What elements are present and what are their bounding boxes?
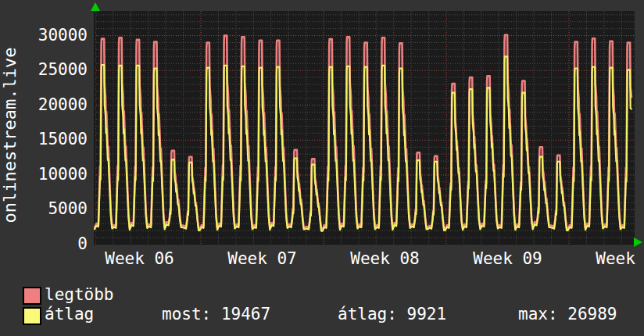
x-label-week-2: Week 08 bbox=[323, 251, 448, 267]
legend-label-atlag: átlag bbox=[45, 306, 94, 323]
y-tick-15000: 15000 bbox=[0, 131, 88, 148]
y-tick-20000: 20000 bbox=[0, 97, 88, 113]
y-axis-arrow-icon bbox=[91, 2, 100, 11]
legend-swatch-legtobb bbox=[23, 287, 41, 305]
y-tick-30000: 30000 bbox=[0, 27, 88, 44]
stat-atlag: átlag: 9921 bbox=[338, 306, 446, 323]
chart-plot-area bbox=[94, 11, 635, 245]
stat-most-value: 19467 bbox=[221, 305, 270, 323]
y-tick-5000: 5000 bbox=[0, 201, 88, 217]
stat-most-label: most: bbox=[162, 305, 211, 323]
legend-label-legtobb: legtöbb bbox=[45, 287, 114, 303]
y-tick-0: 0 bbox=[0, 236, 88, 252]
stat-most: most: 19467 bbox=[162, 306, 270, 323]
stat-atlag-label: átlag: bbox=[338, 305, 397, 323]
legend-swatch-atlag bbox=[23, 307, 41, 325]
stat-max-label: max: bbox=[518, 305, 558, 323]
x-label-week-4: Week 10 bbox=[568, 251, 644, 267]
y-tick-25000: 25000 bbox=[0, 62, 88, 78]
y-tick-10000: 10000 bbox=[0, 166, 88, 183]
stat-max: max: 26989 bbox=[518, 306, 617, 323]
stat-max-value: 26989 bbox=[567, 305, 617, 323]
x-axis-arrow-icon bbox=[634, 238, 642, 247]
stat-atlag-value: 9921 bbox=[407, 305, 447, 323]
x-label-week-1: Week 07 bbox=[200, 251, 325, 267]
x-label-week-0: Week 06 bbox=[77, 251, 202, 267]
x-label-week-3: Week 09 bbox=[445, 251, 571, 267]
